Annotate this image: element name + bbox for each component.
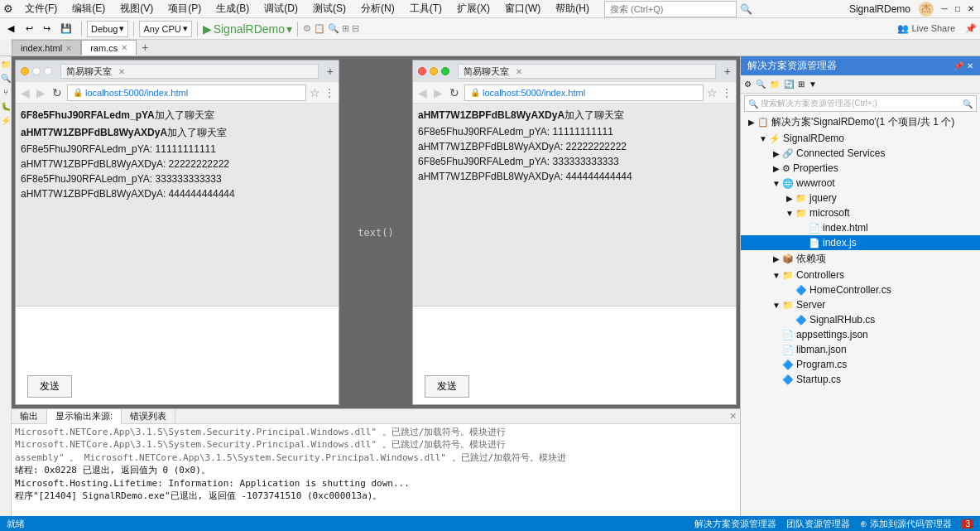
sol-icon-3[interactable]: 📁 — [768, 78, 781, 90]
tree-ctrl-toggle[interactable]: ▼ — [771, 271, 782, 280]
tree-program[interactable]: 🔷 Program.cs — [741, 357, 980, 372]
maximize-button[interactable]: □ — [952, 3, 963, 15]
menu-test[interactable]: 测试(S) — [306, 0, 353, 17]
tree-signalrhub[interactable]: 🔷 SignalRHub.cs — [741, 312, 980, 327]
sol-icon-6[interactable]: ▼ — [807, 78, 819, 90]
minimize-button[interactable]: ─ — [939, 3, 950, 15]
solution-search-bar[interactable]: 🔍 搜索解决方案资源管理器(Ctrl+;) 🔍 — [744, 95, 977, 112]
tab-close-index-html[interactable]: ✕ — [65, 44, 72, 53]
sol-search-magnify[interactable]: 🔍 — [963, 99, 973, 109]
tab-close-ram-cs[interactable]: ✕ — [121, 43, 127, 52]
debug-activity-icon[interactable]: 🐛 — [1, 102, 11, 111]
tree-properties-toggle[interactable]: ▶ — [771, 164, 782, 173]
sol-icon-2[interactable]: 🔍 — [754, 78, 767, 90]
browser1-minimize[interactable] — [21, 67, 29, 75]
browser2-forward[interactable]: ▶ — [432, 86, 444, 99]
browser2-menu[interactable]: ⋮ — [721, 86, 733, 99]
browser1-close[interactable] — [44, 67, 52, 75]
cpu-dropdown[interactable]: Any CPU ▾ — [139, 21, 191, 37]
browser1-back[interactable]: ◀ — [19, 86, 31, 99]
explorer-icon[interactable]: 📁 — [1, 60, 11, 69]
menu-view[interactable]: 视图(V) — [113, 0, 160, 17]
live-share[interactable]: 👥 Live Share — [897, 23, 962, 34]
redo-button[interactable]: ↪ — [39, 20, 55, 38]
global-search-input[interactable] — [604, 1, 737, 17]
browser2-close-dot[interactable] — [418, 67, 426, 75]
tree-index-js[interactable]: 📄 index.js — [741, 235, 980, 250]
browser2-new-tab[interactable]: + — [724, 65, 731, 78]
tree-wwwroot[interactable]: ▼ 🌐 wwwroot — [741, 176, 980, 191]
debug-dropdown[interactable]: Debug ▾ — [87, 21, 128, 37]
close-button[interactable]: ✕ — [965, 3, 977, 15]
add-source-control[interactable]: ⊕ 添加到源代码管理器 — [860, 518, 952, 530]
sol-icon-4[interactable]: 🔄 — [782, 78, 795, 90]
tree-deps-toggle[interactable]: ▶ — [771, 254, 782, 263]
browser1-send-button[interactable]: 发送 — [27, 375, 72, 398]
bottom-tab-errors[interactable]: 错误列表 — [122, 409, 175, 424]
bottom-tab-output[interactable]: 输出 — [12, 409, 47, 424]
tab-index-html[interactable]: index.html ✕ — [12, 40, 81, 56]
menu-analyze[interactable]: 分析(N) — [354, 0, 401, 17]
browser1-forward[interactable]: ▶ — [35, 86, 47, 99]
menu-help[interactable]: 帮助(H) — [549, 0, 596, 17]
menu-tools[interactable]: 工具(T) — [403, 0, 449, 17]
tree-libman[interactable]: 📄 libman.json — [741, 342, 980, 357]
search-activity-icon[interactable]: 🔍 — [1, 74, 11, 83]
browser1-maximize[interactable] — [32, 67, 41, 75]
tree-startup[interactable]: 🔷 Startup.cs — [741, 372, 980, 387]
tree-project[interactable]: ▼ ⚡ SignalRDemo — [741, 131, 980, 146]
tree-microsoft-toggle[interactable]: ▼ — [784, 209, 795, 218]
browser1-menu[interactable]: ⋮ — [324, 86, 335, 99]
tree-controllers[interactable]: ▼ 📁 Controllers — [741, 268, 980, 282]
git-icon[interactable]: ⑂ — [3, 88, 8, 97]
panel-pin-button[interactable]: 📌 — [954, 61, 963, 70]
sol-icon-5[interactable]: ⊞ — [796, 78, 806, 90]
output-close[interactable]: ✕ — [726, 411, 740, 422]
browser1-tab-close[interactable]: ✕ — [118, 67, 125, 76]
menu-file[interactable]: 文件(F) — [18, 0, 64, 17]
browser1-url-bar[interactable]: 🔒 localhost:5000/index.html — [67, 84, 306, 101]
tree-connected-services[interactable]: ▶ 🔗 Connected Services — [741, 146, 980, 161]
team-explorer-link[interactable]: 团队资源管理器 — [786, 518, 850, 530]
back-button[interactable]: ◀ — [3, 20, 18, 38]
browser1-message-input[interactable] — [16, 307, 339, 366]
play-button[interactable]: ▶ SignalRDemo ▾ — [203, 22, 292, 36]
browser1-refresh[interactable]: ↻ — [50, 86, 64, 99]
menu-build[interactable]: 生成(B) — [209, 0, 256, 17]
extensions-icon[interactable]: ⚡ — [1, 116, 11, 125]
tree-solution[interactable]: ▶ 📋 解决方案'SignalRDemo'(1 个项目/共 1 个) — [741, 113, 980, 131]
menu-project[interactable]: 项目(P) — [161, 0, 208, 17]
menu-window[interactable]: 窗口(W) — [498, 0, 547, 17]
menu-extensions[interactable]: 扩展(X) — [450, 0, 497, 17]
menu-edit[interactable]: 编辑(E) — [65, 0, 112, 17]
tree-appsettings[interactable]: 📄 appsettings.json — [741, 327, 980, 342]
tree-connected-toggle[interactable]: ▶ — [771, 149, 782, 158]
browser1-star[interactable]: ☆ — [310, 86, 320, 99]
tree-index-html[interactable]: 📄 index.html — [741, 220, 980, 235]
browser2-minimize-dot[interactable] — [430, 67, 438, 75]
tree-home-controller[interactable]: 🔷 HomeController.cs — [741, 282, 980, 297]
tree-jquery-toggle[interactable]: ▶ — [784, 194, 795, 203]
tree-server[interactable]: ▼ 📁 Server — [741, 297, 980, 312]
tree-properties[interactable]: ▶ ⚙ Properties — [741, 161, 980, 176]
browser2-maximize-dot[interactable] — [441, 67, 449, 75]
tree-project-toggle[interactable]: ▼ — [757, 134, 769, 143]
tab-ram-cs[interactable]: ram.cs ✕ — [81, 40, 137, 56]
browser2-message-input[interactable] — [413, 307, 736, 366]
tree-microsoft[interactable]: ▼ 📁 microsoft — [741, 205, 980, 220]
sol-icon-1[interactable]: ⚙ — [742, 78, 753, 90]
save-button[interactable]: 💾 — [56, 20, 76, 38]
bottom-tab-display[interactable]: 显示输出来源: — [47, 409, 122, 424]
browser2-star[interactable]: ☆ — [707, 86, 718, 99]
tree-solution-toggle[interactable]: ▶ — [746, 118, 757, 127]
tree-wwwroot-toggle[interactable]: ▼ — [771, 179, 782, 188]
panel-close-button[interactable]: ✕ — [967, 61, 973, 70]
browser2-back[interactable]: ◀ — [416, 86, 429, 99]
undo-button[interactable]: ↩ — [22, 20, 37, 38]
browser1-new-tab[interactable]: + — [327, 65, 334, 78]
browser2-url-bar[interactable]: 🔒 localhost:5000/index.html — [464, 84, 704, 101]
menu-debug[interactable]: 调试(D) — [257, 0, 305, 17]
browser2-refresh[interactable]: ↻ — [448, 86, 461, 99]
browser2-send-button[interactable]: 发送 — [425, 375, 469, 398]
new-tab-button[interactable]: + — [137, 39, 153, 56]
